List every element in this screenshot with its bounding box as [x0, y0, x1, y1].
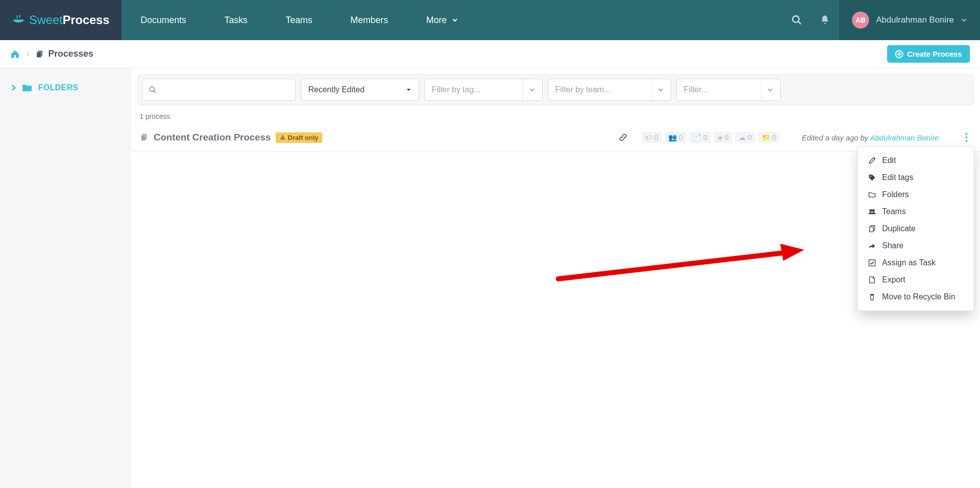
create-process-button[interactable]: Create Process [887, 45, 970, 63]
menu-teams[interactable]: Teams [858, 203, 973, 220]
menu-share[interactable]: Share [858, 237, 973, 254]
filter-team-select[interactable]: Filter by team... [548, 79, 671, 101]
bell-icon [820, 15, 830, 26]
nav-teams[interactable]: Teams [267, 0, 331, 40]
process-row[interactable]: Content Creation Process Draft only 🏷0 👥… [132, 125, 980, 152]
link-icon[interactable] [619, 133, 628, 142]
logo-icon [12, 14, 25, 27]
svg-point-17 [870, 209, 872, 212]
edited-by-link[interactable]: Abdulrahman Bonire [870, 133, 939, 142]
svg-line-1 [798, 22, 801, 25]
svg-rect-12 [283, 138, 283, 139]
filter-generic-placeholder: Filter... [684, 85, 708, 94]
warning-icon [280, 134, 286, 140]
breadcrumb-separator: › [26, 49, 29, 59]
menu-share-label: Share [882, 241, 904, 250]
stat-docs: 📄0 [689, 132, 711, 143]
svg-rect-11 [283, 136, 283, 138]
avatar: AB [852, 12, 869, 29]
nav-tasks[interactable]: Tasks [205, 0, 267, 40]
menu-assign-task[interactable]: Assign as Task [858, 254, 973, 271]
home-icon[interactable] [10, 49, 20, 59]
svg-line-22 [558, 253, 784, 279]
chevron-down-icon [406, 87, 412, 93]
filter-generic-select[interactable]: Filter... [676, 79, 781, 101]
stat-folders: 📁0 [758, 132, 780, 143]
svg-point-13 [965, 133, 967, 135]
stat-diamond-value: 0 [725, 133, 729, 141]
users-icon: 👥 [668, 133, 677, 141]
nav-right: AB Abdulrahman Bonire [783, 0, 980, 40]
copy-icon [35, 50, 44, 59]
search-icon [149, 86, 157, 94]
filter-tag-select[interactable]: Filter by tag... [424, 79, 543, 101]
svg-rect-20 [870, 227, 874, 232]
nav-teams-label: Teams [286, 15, 312, 26]
nav-more-label: More [426, 15, 447, 26]
nav-documents[interactable]: Documents [121, 0, 205, 40]
share-icon [868, 243, 876, 249]
main: Recently Edited Filter by tag... Filter … [132, 68, 980, 488]
draft-badge-label: Draft only [288, 134, 318, 141]
svg-rect-3 [37, 52, 41, 57]
stat-folders-value: 0 [772, 133, 776, 141]
filter-team-placeholder: Filter by team... [555, 85, 610, 94]
stat-users-value: 0 [679, 133, 683, 141]
menu-folders[interactable]: Folders [858, 186, 973, 203]
chevron-right-icon [11, 84, 16, 91]
nav-more[interactable]: More [407, 0, 477, 40]
edited-prefix: Edited a day ago by [802, 133, 870, 142]
svg-point-15 [965, 140, 967, 142]
menu-teams-label: Teams [882, 207, 906, 216]
folder-icon [868, 192, 876, 198]
menu-assign-label: Assign as Task [882, 258, 935, 267]
menu-recycle-label: Move to Recycle Bin [882, 292, 955, 301]
brand[interactable]: SweetProcess [0, 0, 121, 40]
nav-members[interactable]: Members [331, 0, 407, 40]
menu-export[interactable]: Export [858, 271, 973, 288]
search-button[interactable] [783, 0, 811, 40]
chevron-down-icon [452, 17, 458, 23]
chevron-down-icon [651, 79, 664, 100]
svg-marker-23 [780, 244, 804, 261]
menu-duplicate[interactable]: Duplicate [858, 220, 973, 237]
process-title-text: Content Creation Process [154, 132, 271, 143]
breadcrumb-processes[interactable]: Processes [35, 49, 93, 59]
plus-circle-icon [895, 50, 903, 58]
checkbox-icon [868, 259, 876, 266]
users-icon [868, 209, 876, 215]
svg-point-0 [793, 16, 799, 23]
svg-point-16 [870, 176, 871, 177]
annotation-arrow [553, 244, 804, 289]
copy-icon [140, 133, 149, 142]
sidebar-folders-toggle[interactable]: FOLDERS [11, 83, 120, 92]
breadcrumb: › Processes [10, 49, 93, 59]
menu-edit[interactable]: Edit [858, 152, 973, 169]
body: FOLDERS Recently Edited Filter by tag...… [0, 68, 980, 488]
chevron-down-icon [761, 79, 773, 100]
filter-tag-placeholder: Filter by tag... [432, 85, 480, 94]
nav-items: Documents Tasks Teams Members More [121, 0, 477, 40]
folder-icon: 📁 [762, 133, 770, 141]
process-count: 1 process [132, 105, 980, 125]
nav-documents-label: Documents [141, 15, 186, 26]
search-input[interactable] [142, 79, 296, 101]
nav-tasks-label: Tasks [224, 15, 248, 26]
menu-edit-tags[interactable]: Edit tags [858, 169, 973, 186]
menu-recycle[interactable]: Move to Recycle Bin [858, 288, 973, 305]
breadcrumb-page-label: Processes [48, 49, 93, 59]
stat-views: ☁0 [735, 132, 755, 143]
row-actions-menu-button[interactable] [961, 130, 972, 144]
cloud-icon: ☁ [739, 133, 746, 141]
sidebar: FOLDERS [0, 68, 132, 488]
notifications-button[interactable] [811, 0, 839, 40]
create-process-label: Create Process [907, 50, 962, 58]
user-menu[interactable]: AB Abdulrahman Bonire [839, 0, 980, 40]
svg-rect-21 [869, 260, 875, 266]
search-icon [791, 15, 802, 26]
svg-point-7 [150, 87, 154, 91]
stat-diamond: ◈0 [714, 132, 732, 143]
edited-by: Edited a day ago by Abdulrahman Bonire [802, 133, 939, 142]
menu-edit-tags-label: Edit tags [882, 173, 913, 182]
sort-select[interactable]: Recently Edited [301, 79, 419, 101]
